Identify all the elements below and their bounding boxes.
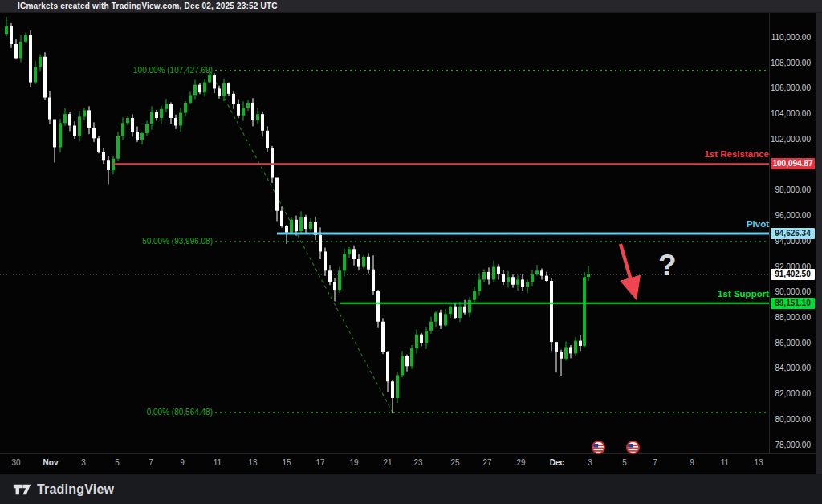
fib-100-label[interactable]: 100.00% (107,427.69) [133,66,213,75]
resistance-label[interactable]: 1st Resistance [704,149,769,159]
candle-body [333,282,336,291]
y-axis-tick[interactable]: 96,000.00 [767,211,811,220]
y-axis-tick[interactable]: 90,000.00 [767,287,811,296]
us-flag-event-icon[interactable] [626,441,640,454]
candle-body [526,282,529,287]
x-axis-tick[interactable]: 11 [214,458,222,467]
candle-body [179,113,182,126]
candle-body [324,252,327,271]
candle-body [550,281,553,342]
candle-body [492,267,495,280]
candle-body [487,272,490,280]
x-axis-tick[interactable]: 17 [315,458,324,467]
x-axis-tick[interactable]: 3 [81,458,86,467]
candle-body [401,356,404,376]
y-axis-tick[interactable]: 102,000.00 [767,135,811,144]
candle-body [48,98,51,120]
candle-body [160,109,163,118]
candle-body [583,277,586,346]
candle-body [266,131,269,148]
y-axis-tick[interactable]: 80,000.00 [767,415,811,424]
x-axis-tick[interactable]: 5 [622,458,627,467]
x-axis-tick[interactable]: 29 [516,458,525,467]
x-axis-tick[interactable]: 7 [653,458,657,467]
candle-body [463,307,466,313]
candle-body [391,381,394,398]
pivot-label[interactable]: Pivot [747,219,769,229]
current-price-box: 91,402.50 [771,269,815,280]
y-axis-tick[interactable]: 110,000.00 [767,33,811,42]
candle-body [97,138,100,152]
x-axis-tick[interactable]: 13 [754,458,763,467]
pivot-price-box: 94,626.34 [771,228,815,239]
candle-body [193,85,197,96]
candle-body [78,116,81,136]
tradingview-logo[interactable]: TradingView [13,482,114,498]
candle-body [372,270,375,291]
candle-body [126,118,129,123]
tradingview-chart-page: ICmarkets created with TradingView.com, … [0,0,822,504]
candle-body [59,123,62,147]
y-axis-tick[interactable]: 98,000.00 [767,185,811,194]
x-axis-tick[interactable]: Dec [550,458,564,467]
x-axis-tick[interactable]: 19 [349,458,358,467]
support-label[interactable]: 1st Support [718,289,769,299]
x-axis-tick[interactable]: 7 [149,458,153,467]
candle-body [386,352,389,381]
right-margin [816,0,822,504]
candle-body [232,94,235,104]
candle-body [531,274,534,282]
x-axis-tick[interactable]: 9 [180,458,185,467]
candle-body [92,128,96,139]
candle-body [24,35,27,42]
candle-body [362,257,365,267]
us-flag-event-icon[interactable] [592,441,605,454]
x-axis-tick[interactable]: 25 [450,458,459,467]
candle-body [39,57,42,67]
candle-body [521,279,524,287]
x-axis-tick[interactable]: 21 [383,458,392,467]
x-axis-tick[interactable]: 23 [413,458,422,467]
fib-50-label[interactable]: 50.00% (93,996.08) [142,237,213,246]
x-axis-tick[interactable]: 5 [115,458,120,467]
x-axis-tick[interactable]: 27 [482,458,491,467]
candle-body [246,103,250,108]
x-axis-tick[interactable]: 11 [721,458,729,467]
candle-body [396,375,399,398]
price-scale-separator [769,12,770,453]
x-axis-tick[interactable]: Nov [43,458,59,467]
candle-body [184,103,187,113]
x-axis-tick[interactable]: 30 [11,458,20,467]
y-axis-tick[interactable]: 78,000.00 [767,441,811,449]
candle-body [53,120,56,148]
x-axis-tick[interactable]: 13 [248,458,257,467]
chart-canvas[interactable] [0,0,822,504]
candle-body [5,26,8,35]
fib-0-label[interactable]: 0.00% (80,564.48) [147,408,213,417]
candle-body [208,75,211,83]
y-axis-tick[interactable]: 88,000.00 [767,313,811,322]
candle-body [165,104,168,108]
x-axis-tick[interactable]: 9 [690,458,694,467]
y-axis-tick[interactable]: 104,000.00 [767,109,811,118]
candle-body [564,347,568,358]
candle-body [587,274,590,277]
candle-body [145,124,149,133]
candle-body [261,114,264,131]
y-axis-tick[interactable]: 84,000.00 [767,364,811,372]
x-axis-tick[interactable]: 15 [282,458,291,467]
y-axis-tick[interactable]: 86,000.00 [767,339,811,348]
candle-body [174,118,177,126]
candle-body [415,335,418,348]
y-axis-tick[interactable]: 108,000.00 [767,59,811,67]
candle-body [150,112,153,124]
candle-body [102,152,105,161]
y-axis-tick[interactable]: 106,000.00 [767,83,811,92]
candle-body [482,272,486,280]
candle-body [222,83,226,96]
candle-body [473,291,476,300]
candle-body [439,313,442,326]
candle-body [454,307,457,318]
x-axis-tick[interactable]: 3 [588,458,592,467]
y-axis-tick[interactable]: 82,000.00 [767,389,811,398]
